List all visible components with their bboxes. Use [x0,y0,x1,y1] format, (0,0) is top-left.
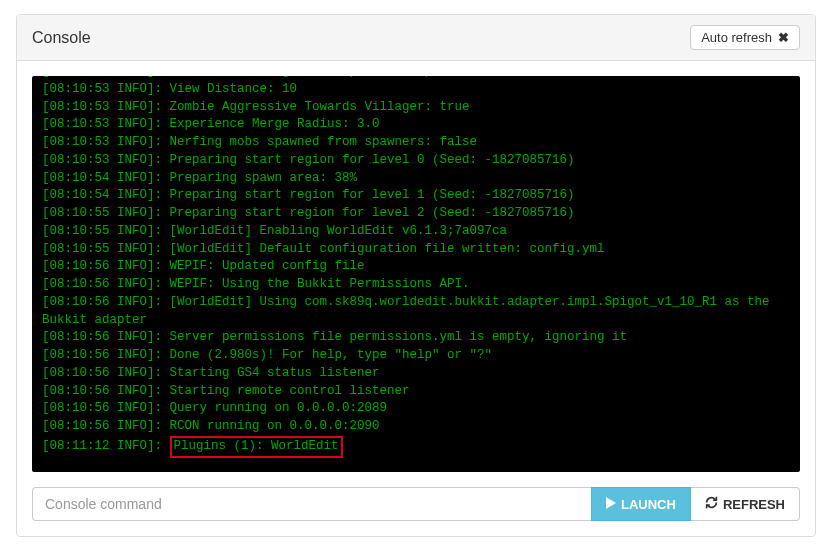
auto-refresh-button[interactable]: Auto refresh ✖ [690,25,800,50]
console-line: [08:10:56 INFO]: WEPIF: Using the Bukkit… [42,276,790,294]
console-wrap: [08:10:53 INFO]: Allow Zombie Pigmen to … [32,76,800,472]
console-line: [08:10:56 INFO]: RCON running on 0.0.0.0… [42,418,790,436]
page-title: Console [32,29,91,47]
launch-button[interactable]: LAUNCH [591,487,691,521]
refresh-icon [705,496,718,512]
highlighted-text: Plugins (1): WorldEdit [170,436,343,458]
console-line: [08:10:55 INFO]: [WorldEdit] Enabling Wo… [42,223,790,241]
console-line: [08:10:56 INFO]: WEPIF: Updated config f… [42,258,790,276]
play-icon [606,497,616,512]
console-line: [08:10:53 INFO]: Zombie Aggressive Towar… [42,99,790,117]
console-line: [08:10:55 INFO]: [WorldEdit] Default con… [42,241,790,259]
console-line: [08:10:56 INFO]: Server permissions file… [42,329,790,347]
panel-header: Console Auto refresh ✖ [17,15,815,61]
console-output[interactable]: [08:10:53 INFO]: Allow Zombie Pigmen to … [32,76,800,472]
console-line: [08:10:56 INFO]: Starting GS4 status lis… [42,365,790,383]
console-line: [08:10:53 INFO]: Preparing start region … [42,152,790,170]
command-row: LAUNCH REFRESH [32,487,800,521]
refresh-button[interactable]: REFRESH [691,487,800,521]
console-line: [08:10:53 INFO]: View Distance: 10 [42,81,790,99]
console-line: [08:10:54 INFO]: Preparing start region … [42,187,790,205]
console-line: [08:10:55 INFO]: Preparing start region … [42,205,790,223]
console-line: [08:10:54 INFO]: Preparing spawn area: 3… [42,170,790,188]
console-line: [08:10:56 INFO]: [WorldEdit] Using com.s… [42,294,790,330]
console-line: [08:10:53 INFO]: Experience Merge Radius… [42,116,790,134]
console-line: [08:10:56 INFO]: Done (2.980s)! For help… [42,347,790,365]
launch-label: LAUNCH [621,497,676,512]
svg-marker-0 [606,497,616,509]
close-icon: ✖ [778,30,789,45]
console-line: [08:10:56 INFO]: Starting remote control… [42,383,790,401]
console-line: [08:11:12 INFO]: Plugins (1): WorldEdit [42,436,790,458]
panel-body: [08:10:53 INFO]: Allow Zombie Pigmen to … [17,61,815,536]
refresh-label: REFRESH [723,497,785,512]
command-input[interactable] [32,487,591,521]
auto-refresh-label: Auto refresh [701,30,772,45]
console-panel: Console Auto refresh ✖ [08:10:53 INFO]: … [16,14,816,537]
console-line: [08:10:53 INFO]: Nerfing mobs spawned fr… [42,134,790,152]
console-line: [08:10:56 INFO]: Query running on 0.0.0.… [42,400,790,418]
